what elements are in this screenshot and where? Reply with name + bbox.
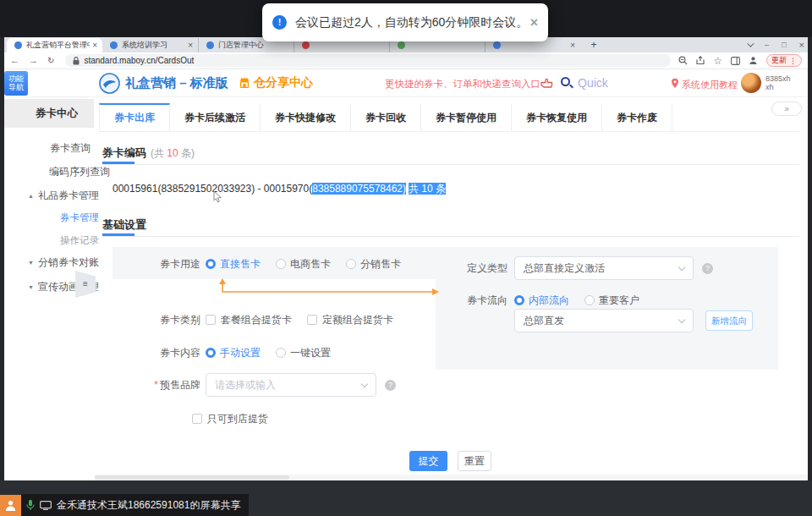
card-action-tabs: 券卡出库 券卡后续激活 券卡快捷修改 券卡回收 券卡暂停使用 券卡恢复使用 券卡… <box>99 103 672 131</box>
radio-distribution-sale[interactable]: 分销售卡 <box>346 257 401 272</box>
chevron-down-icon <box>678 264 685 271</box>
usage-row: 券卡用途 直接售卡 电商售卡 分销售卡 <box>112 257 416 271</box>
store-pickup-row: 只可到店提货 <box>192 412 283 425</box>
expand-more-button[interactable]: » <box>771 102 802 116</box>
triangle-up-icon: ▲ <box>28 184 34 207</box>
tab-cards-out[interactable]: 券卡出库 <box>99 103 170 131</box>
app-body: 券卡中心 券卡查询 编码序列查询 ▲ 礼品券卡管理 券卡管理 操作记录 ▼ 分销… <box>4 97 808 480</box>
quick-search-label[interactable]: Quick <box>578 76 608 90</box>
radio-icon <box>584 295 595 305</box>
tab-follow-activate[interactable]: 券卡后续激活 <box>170 103 261 131</box>
site-favicon-icon <box>493 41 501 49</box>
toast-close-icon[interactable]: × <box>530 15 538 30</box>
help-icon[interactable]: ? <box>702 263 713 274</box>
url-text: standard.maboy.cn/CardsOut <box>84 56 194 65</box>
toast-message: 会议已超过2人，自动转为60分钟限时会议。 <box>295 15 528 30</box>
brand-select[interactable]: 请选择或输入 <box>206 373 376 397</box>
selected-text: 8385889075578462) <box>312 183 406 195</box>
codes-section-title: 券卡编码 (共 10 条) <box>102 145 195 161</box>
radio-one-click-setup[interactable]: 一键设置 <box>276 346 331 360</box>
window-maximize-button[interactable]: □ <box>782 41 786 49</box>
screen: 礼盒营销平台管理中心 × 系统培训学习 × 门店管理中心 × <box>0 0 812 516</box>
brand-row: *预售品牌 请选择或输入 ? <box>112 373 396 397</box>
zoom-icon[interactable] <box>678 56 688 65</box>
browser-tab-gift-admin[interactable]: 礼盒营销平台管理中心 × <box>7 38 102 52</box>
card-code-range: 00015961(8385291502033923) - 00015970(83… <box>112 182 446 196</box>
browser-tab-training[interactable]: 系统培训学习 × <box>102 38 198 52</box>
quick-search-icon[interactable] <box>561 77 570 86</box>
submit-button[interactable]: 提交 <box>409 451 447 471</box>
user-avatar[interactable] <box>741 73 761 93</box>
screen-share-text: 金禾通技术王斌18662591081的屏幕共享 <box>57 498 240 513</box>
side-panel-icon[interactable] <box>731 57 740 65</box>
radio-direct-sale[interactable]: 直接售卡 <box>206 257 261 272</box>
share-center-link[interactable]: 仓分享中心 <box>239 75 313 91</box>
checkbox-fixed-amount[interactable]: 定额组合提货卡 <box>307 313 393 327</box>
window-close-button[interactable]: × <box>799 40 804 50</box>
scrollbar-thumb[interactable] <box>95 475 289 480</box>
radio-manual-setup[interactable]: 手动设置 <box>206 346 261 360</box>
card-flow-row: 券卡流向 内部流向 重要客户 <box>465 294 655 307</box>
participant-tile <box>0 495 21 516</box>
radio-internal-flow[interactable]: 内部流向 <box>514 294 569 308</box>
triangle-down-icon: ▼ <box>28 251 34 274</box>
section-divider <box>102 236 799 237</box>
new-tab-button[interactable]: + <box>587 39 601 52</box>
screen-share-banner: 金禾通技术王斌18662591081的屏幕共享 <box>21 494 249 516</box>
tab-card-recycle[interactable]: 券卡回收 <box>351 103 421 131</box>
system-tutorial-link[interactable]: 系统使用教程 <box>682 79 738 91</box>
horizontal-scrollbar[interactable] <box>95 475 808 480</box>
browser-toolbar: ← → ↻ standard.maboy.cn/CardsOut ☆ <box>4 52 808 69</box>
sidebar-group-promo-anim[interactable]: ▼ 宣传动画管理 <box>4 276 131 299</box>
category-row: 券卡类别 套餐组合提货卡 定额组合提货卡 <box>112 313 409 327</box>
flow-select-row: 总部直发 新增流向 <box>514 309 753 332</box>
function-nav-toggle[interactable]: 功能 导航 <box>4 71 28 96</box>
lock-icon <box>73 57 80 65</box>
definition-type-row: 定义类型 总部直接定义激活 ? <box>465 256 713 280</box>
forward-button[interactable]: → <box>29 56 38 65</box>
codes-count: 10 <box>167 147 178 159</box>
site-favicon-icon <box>302 41 310 49</box>
definition-type-select[interactable]: 总部直接定义激活 <box>514 256 694 280</box>
tab-close-icon[interactable]: × <box>92 41 97 50</box>
person-icon <box>4 499 17 512</box>
site-favicon-icon <box>398 41 405 49</box>
site-favicon-icon <box>14 41 22 49</box>
radio-icon <box>276 259 286 269</box>
radio-key-customer[interactable]: 重要客户 <box>584 294 639 308</box>
tab-card-resume[interactable]: 券卡恢复使用 <box>512 103 602 131</box>
tabs-divider <box>99 131 799 132</box>
add-flow-button[interactable]: 新增流向 <box>705 310 753 331</box>
profile-icon[interactable] <box>749 56 758 65</box>
tab-card-suspend[interactable]: 券卡暂停使用 <box>421 103 512 131</box>
help-icon[interactable]: ? <box>385 380 396 391</box>
share-icon[interactable] <box>696 56 705 65</box>
bookmark-star-icon[interactable]: ☆ <box>713 56 722 66</box>
chrome-update-button[interactable]: 更新 ⋮ <box>766 54 802 67</box>
pointing-hand-icon <box>540 77 553 92</box>
promo-text: 更快捷的券卡、订单和快递查询入口 <box>385 78 540 91</box>
site-favicon-icon <box>110 41 118 49</box>
chevron-down-icon <box>678 316 685 323</box>
reset-button[interactable]: 重置 <box>458 451 491 471</box>
tab-card-void[interactable]: 券卡作废 <box>602 103 672 131</box>
tab-search-icon[interactable] <box>747 40 754 47</box>
tab-quick-modify[interactable]: 券卡快捷修改 <box>261 103 351 131</box>
checkbox-combo-package[interactable]: 套餐组合提货卡 <box>206 313 292 327</box>
shop-icon <box>239 77 250 89</box>
address-bar[interactable]: standard.maboy.cn/CardsOut <box>65 54 671 67</box>
location-pin-icon <box>671 77 679 92</box>
flow-select[interactable]: 总部直发 <box>514 309 694 332</box>
reload-button[interactable]: ↻ <box>47 57 54 65</box>
tab-close-icon[interactable]: × <box>188 41 193 50</box>
app-title: 礼盒营销 – 标准版 <box>125 75 228 91</box>
checkbox-store-pickup-only[interactable]: 只可到店提货 <box>192 412 268 426</box>
radio-ecommerce-sale[interactable]: 电商售卡 <box>276 257 331 272</box>
window-minimize-button[interactable]: – <box>765 41 769 49</box>
back-button[interactable]: ← <box>10 56 19 65</box>
tab-close-icon[interactable]: × <box>570 41 575 50</box>
app-header: 功能 导航 礼盒营销 – 标准版 仓分享中心 更快捷的券卡、订单和快递查询入口 … <box>4 69 808 97</box>
required-mark: * <box>154 379 158 391</box>
checkbox-icon <box>307 315 317 325</box>
sidebar-title: 券卡中心 <box>4 99 94 128</box>
